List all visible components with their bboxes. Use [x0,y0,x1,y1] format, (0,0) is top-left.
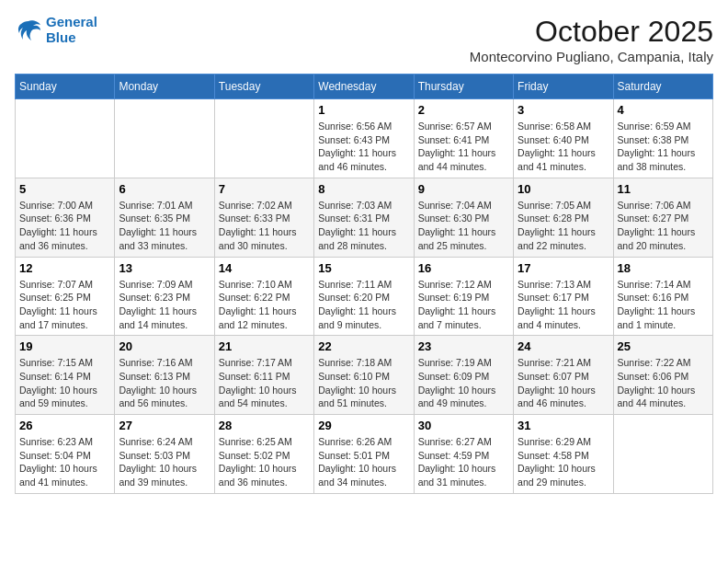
day-number: 7 [219,182,310,196]
day-number: 22 [318,339,409,353]
day-info: Sunrise: 7:18 AM Sunset: 6:10 PM Dayligh… [318,356,409,410]
day-info: Sunrise: 6:58 AM Sunset: 6:40 PM Dayligh… [518,120,609,174]
calendar-cell: 18Sunrise: 7:14 AM Sunset: 6:16 PM Dayli… [613,257,712,336]
header-row: SundayMondayTuesdayWednesdayThursdayFrid… [16,75,713,99]
day-number: 4 [618,103,709,117]
day-number: 23 [418,339,509,353]
day-info: Sunrise: 7:07 AM Sunset: 6:25 PM Dayligh… [19,278,110,332]
day-info: Sunrise: 6:26 AM Sunset: 5:01 PM Dayligh… [318,435,409,489]
header-day-tuesday: Tuesday [214,75,313,99]
day-number: 16 [418,261,509,275]
calendar-cell: 24Sunrise: 7:21 AM Sunset: 6:07 PM Dayli… [514,336,613,415]
calendar-cell: 1Sunrise: 6:56 AM Sunset: 6:43 PM Daylig… [314,99,414,178]
calendar-cell: 14Sunrise: 7:10 AM Sunset: 6:22 PM Dayli… [214,257,313,336]
calendar-cell: 26Sunrise: 6:23 AM Sunset: 5:04 PM Dayli… [16,415,115,494]
header-day-thursday: Thursday [414,75,513,99]
day-number: 24 [518,339,609,353]
day-number: 30 [418,419,509,432]
day-number: 10 [518,182,609,196]
day-info: Sunrise: 6:27 AM Sunset: 4:59 PM Dayligh… [418,435,509,489]
day-number: 14 [219,261,310,275]
calendar-cell: 4Sunrise: 6:59 AM Sunset: 6:38 PM Daylig… [613,99,712,178]
day-info: Sunrise: 7:10 AM Sunset: 6:22 PM Dayligh… [219,278,310,332]
calendar-cell [115,99,214,178]
calendar-cell: 25Sunrise: 7:22 AM Sunset: 6:06 PM Dayli… [613,336,712,415]
day-info: Sunrise: 7:14 AM Sunset: 6:16 PM Dayligh… [618,278,709,332]
header-day-monday: Monday [115,75,214,99]
day-info: Sunrise: 7:22 AM Sunset: 6:06 PM Dayligh… [618,356,709,410]
calendar-cell: 15Sunrise: 7:11 AM Sunset: 6:20 PM Dayli… [314,257,414,336]
day-info: Sunrise: 7:11 AM Sunset: 6:20 PM Dayligh… [318,278,409,332]
calendar-cell: 11Sunrise: 7:06 AM Sunset: 6:27 PM Dayli… [613,178,712,257]
day-number: 19 [19,339,110,353]
calendar-cell [214,99,313,178]
day-number: 18 [618,261,709,275]
logo: General Blue [15,15,97,45]
day-number: 25 [618,339,709,353]
calendar-cell: 21Sunrise: 7:17 AM Sunset: 6:11 PM Dayli… [214,336,313,415]
day-number: 21 [219,339,310,353]
day-info: Sunrise: 6:57 AM Sunset: 6:41 PM Dayligh… [418,120,509,174]
calendar-cell: 29Sunrise: 6:26 AM Sunset: 5:01 PM Dayli… [314,415,414,494]
calendar-body: 1Sunrise: 6:56 AM Sunset: 6:43 PM Daylig… [16,99,713,494]
day-number: 11 [618,182,709,196]
day-number: 1 [318,103,409,117]
calendar-cell: 27Sunrise: 6:24 AM Sunset: 5:03 PM Dayli… [115,415,214,494]
calendar-cell: 12Sunrise: 7:07 AM Sunset: 6:25 PM Dayli… [16,257,115,336]
day-number: 2 [418,103,509,117]
week-row-5: 26Sunrise: 6:23 AM Sunset: 5:04 PM Dayli… [16,415,713,494]
header-day-wednesday: Wednesday [314,75,414,99]
header-day-sunday: Sunday [16,75,115,99]
day-info: Sunrise: 7:17 AM Sunset: 6:11 PM Dayligh… [219,356,310,410]
calendar-header: SundayMondayTuesdayWednesdayThursdayFrid… [16,75,713,99]
calendar-cell: 6Sunrise: 7:01 AM Sunset: 6:35 PM Daylig… [115,178,214,257]
calendar-cell: 7Sunrise: 7:02 AM Sunset: 6:33 PM Daylig… [214,178,313,257]
day-number: 31 [518,419,609,432]
calendar-table: SundayMondayTuesdayWednesdayThursdayFrid… [15,74,713,494]
calendar-cell: 19Sunrise: 7:15 AM Sunset: 6:14 PM Dayli… [16,336,115,415]
day-info: Sunrise: 7:06 AM Sunset: 6:27 PM Dayligh… [618,199,709,253]
calendar-cell: 28Sunrise: 6:25 AM Sunset: 5:02 PM Dayli… [214,415,313,494]
day-info: Sunrise: 7:09 AM Sunset: 6:23 PM Dayligh… [119,278,210,332]
calendar-cell: 13Sunrise: 7:09 AM Sunset: 6:23 PM Dayli… [115,257,214,336]
location: Montecorvino Pugliano, Campania, Italy [470,49,713,64]
day-info: Sunrise: 7:04 AM Sunset: 6:30 PM Dayligh… [418,199,509,253]
day-info: Sunrise: 7:02 AM Sunset: 6:33 PM Dayligh… [219,199,310,253]
calendar-cell: 31Sunrise: 6:29 AM Sunset: 4:58 PM Dayli… [514,415,613,494]
day-info: Sunrise: 7:13 AM Sunset: 6:17 PM Dayligh… [518,278,609,332]
week-row-2: 5Sunrise: 7:00 AM Sunset: 6:36 PM Daylig… [16,178,713,257]
day-info: Sunrise: 7:19 AM Sunset: 6:09 PM Dayligh… [418,356,509,410]
week-row-1: 1Sunrise: 6:56 AM Sunset: 6:43 PM Daylig… [16,99,713,178]
day-number: 20 [119,339,210,353]
day-info: Sunrise: 7:00 AM Sunset: 6:36 PM Dayligh… [19,199,110,253]
calendar-cell: 8Sunrise: 7:03 AM Sunset: 6:31 PM Daylig… [314,178,414,257]
day-info: Sunrise: 6:56 AM Sunset: 6:43 PM Dayligh… [318,120,409,174]
week-row-3: 12Sunrise: 7:07 AM Sunset: 6:25 PM Dayli… [16,257,713,336]
day-info: Sunrise: 6:23 AM Sunset: 5:04 PM Dayligh… [19,435,110,489]
day-number: 28 [219,419,310,432]
calendar-cell: 23Sunrise: 7:19 AM Sunset: 6:09 PM Dayli… [414,336,513,415]
day-number: 15 [318,261,409,275]
day-number: 5 [19,182,110,196]
day-number: 12 [19,261,110,275]
calendar-cell: 5Sunrise: 7:00 AM Sunset: 6:36 PM Daylig… [16,178,115,257]
calendar-cell: 30Sunrise: 6:27 AM Sunset: 4:59 PM Dayli… [414,415,513,494]
day-number: 13 [119,261,210,275]
month-title: October 2025 [470,15,713,49]
day-info: Sunrise: 7:15 AM Sunset: 6:14 PM Dayligh… [19,356,110,410]
calendar-cell: 16Sunrise: 7:12 AM Sunset: 6:19 PM Dayli… [414,257,513,336]
day-info: Sunrise: 7:01 AM Sunset: 6:35 PM Dayligh… [119,199,210,253]
calendar-cell: 17Sunrise: 7:13 AM Sunset: 6:17 PM Dayli… [514,257,613,336]
day-number: 17 [518,261,609,275]
day-number: 26 [19,419,110,432]
page-header: General Blue October 2025 Montecorvino P… [15,15,713,64]
calendar-cell [16,99,115,178]
calendar-cell: 22Sunrise: 7:18 AM Sunset: 6:10 PM Dayli… [314,336,414,415]
title-block: October 2025 Montecorvino Pugliano, Camp… [470,15,713,64]
day-number: 9 [418,182,509,196]
calendar-cell: 3Sunrise: 6:58 AM Sunset: 6:40 PM Daylig… [514,99,613,178]
header-day-friday: Friday [514,75,613,99]
day-info: Sunrise: 7:16 AM Sunset: 6:13 PM Dayligh… [119,356,210,410]
day-info: Sunrise: 7:21 AM Sunset: 6:07 PM Dayligh… [518,356,609,410]
day-info: Sunrise: 7:05 AM Sunset: 6:28 PM Dayligh… [518,199,609,253]
